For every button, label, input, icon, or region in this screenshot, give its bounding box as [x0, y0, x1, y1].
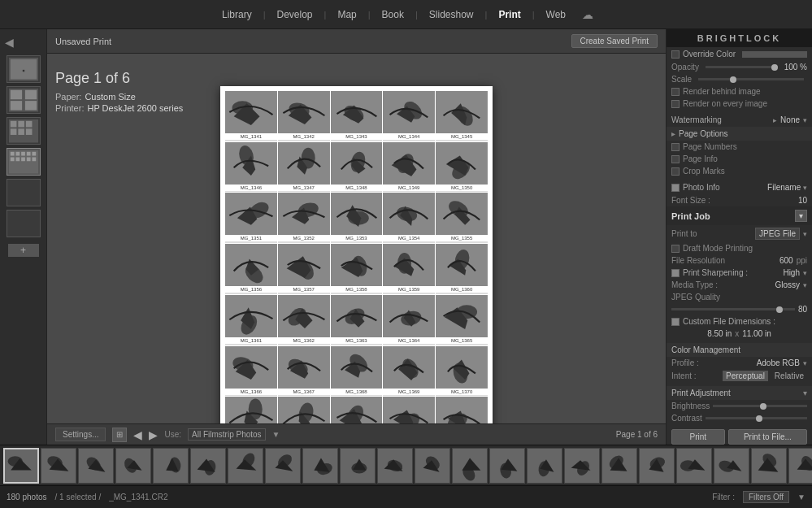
photo-thumb: MG_1352: [278, 193, 330, 243]
intent-relative[interactable]: Relative: [771, 371, 807, 381]
render-every-checkbox[interactable]: [671, 100, 680, 108]
printer-value: HP DeskJet 2600 series: [87, 103, 183, 113]
filmstrip-thumb[interactable]: [41, 448, 76, 484]
photo-thumb: MG_1344: [383, 91, 435, 141]
print-adj-arrow: ▾: [803, 389, 807, 397]
svg-rect-14: [25, 128, 32, 135]
page-info-checkbox[interactable]: [671, 155, 680, 163]
filmstrip-thumb[interactable]: [115, 448, 151, 484]
filmstrip-thumb[interactable]: [452, 448, 488, 484]
nav-sep-2: |: [324, 10, 327, 20]
photo-thumb: MG_1343: [331, 91, 383, 141]
filmstrip-thumb[interactable]: [601, 448, 637, 484]
settings-button[interactable]: Settings...: [55, 428, 106, 441]
filmstrip-dropdown-arrow[interactable]: ▼: [272, 430, 280, 439]
template-item-4[interactable]: [7, 148, 41, 176]
nav-item-develop[interactable]: Develop: [269, 0, 321, 28]
filmstrip-thumb[interactable]: [377, 448, 413, 484]
nav-item-book[interactable]: Book: [374, 0, 412, 28]
svg-rect-21: [10, 157, 14, 161]
color-management-section[interactable]: Color Management: [667, 343, 812, 357]
page-numbers-checkbox[interactable]: [671, 143, 680, 151]
photo-thumb: MG_1356: [225, 244, 277, 294]
nav-forward-arrow[interactable]: ▶: [149, 428, 158, 441]
override-color-checkbox[interactable]: [671, 50, 680, 59]
template-item-6[interactable]: [7, 210, 41, 237]
print-adjustment-section[interactable]: Print Adjustment ▾: [667, 386, 812, 400]
svg-rect-11: [25, 121, 32, 128]
filter-value-bottom[interactable]: Filters Off: [743, 491, 789, 503]
left-panel-collapse[interactable]: ◀: [0, 36, 14, 49]
svg-rect-6: [10, 101, 21, 110]
jpeg-quality-label: JPEG Quality: [671, 293, 720, 302]
print-job-dropdown[interactable]: ▾: [795, 210, 807, 222]
cloud-icon[interactable]: ☁: [577, 8, 598, 21]
print-sharpening-value: High: [783, 268, 800, 277]
nav-item-library[interactable]: Library: [214, 0, 260, 28]
filmstrip-thumb[interactable]: [3, 448, 39, 484]
paper-value: Custom Size: [85, 92, 135, 102]
print-to-dropdown-icon[interactable]: ▾: [803, 230, 807, 238]
watermarking-label: Watermarking: [671, 115, 722, 124]
filmstrip-thumb[interactable]: [714, 448, 749, 484]
media-type-dropdown[interactable]: ▾: [803, 281, 807, 289]
photo-thumb: MG_1354: [383, 193, 435, 243]
print-sharpening-dropdown[interactable]: ▾: [803, 269, 807, 277]
filmstrip-thumb[interactable]: [527, 448, 562, 484]
filmstrip-thumb[interactable]: [751, 448, 787, 484]
profile-dropdown[interactable]: ▾: [803, 359, 807, 367]
nav-item-map[interactable]: Map: [329, 0, 364, 28]
add-template-button[interactable]: +: [8, 244, 39, 257]
photo-thumb: MG_1350: [436, 142, 488, 193]
crop-marks-checkbox[interactable]: [671, 167, 680, 176]
print-button[interactable]: Print: [671, 429, 725, 445]
nav-item-slideshow[interactable]: Slideshow: [421, 0, 482, 28]
photo-thumb: MG_1341: [225, 91, 277, 141]
media-type-value: Glossy: [775, 280, 800, 289]
draft-mode-checkbox[interactable]: [671, 245, 680, 253]
filmstrip-thumb[interactable]: [676, 448, 712, 484]
filmstrip-thumb[interactable]: [489, 448, 525, 484]
print-to-file-button[interactable]: Print to File...: [728, 429, 807, 445]
photo-info-dropdown[interactable]: ▾: [803, 184, 807, 192]
print-sharpening-checkbox[interactable]: [671, 269, 680, 277]
create-saved-print-button[interactable]: Create Saved Print: [571, 34, 658, 48]
template-item-1[interactable]: ▪: [7, 55, 41, 83]
photo-thumb: MG_1369: [383, 346, 435, 397]
intent-label: Intent :: [671, 371, 697, 380]
page-options-section[interactable]: ▸ Page Options: [667, 127, 812, 141]
filmstrip-thumb[interactable]: [302, 448, 338, 484]
filmstrip-thumb[interactable]: [228, 448, 263, 484]
filmstrip-thumb[interactable]: [340, 448, 376, 484]
scale-label: Scale: [671, 75, 692, 84]
use-value[interactable]: All Filmstrip Photos: [188, 428, 266, 441]
custom-dims-checkbox[interactable]: [671, 318, 680, 326]
photo-info-checkbox[interactable]: [671, 184, 680, 192]
nav-sep-4: |: [415, 10, 418, 20]
nav-back-arrow[interactable]: ◀: [133, 428, 142, 441]
custom-dims-label: Custom File Dimensions :: [683, 317, 775, 326]
filmstrip-thumb[interactable]: [415, 448, 450, 484]
filmstrip-thumb[interactable]: [78, 448, 114, 484]
filmstrip-thumb[interactable]: [639, 448, 675, 484]
filmstrip-thumb[interactable]: [265, 448, 301, 484]
nav-item-print[interactable]: Print: [490, 0, 528, 28]
watermarking-dropdown-icon[interactable]: ▾: [803, 116, 807, 124]
intent-perceptual[interactable]: Perceptual: [723, 371, 768, 381]
nav-sep-6: |: [532, 10, 535, 20]
filmstrip-thumb[interactable]: [190, 448, 226, 484]
filmstrip-thumb[interactable]: [564, 448, 600, 484]
filmstrip-thumb[interactable]: [788, 448, 812, 484]
filmstrip-thumb[interactable]: [153, 448, 189, 484]
filter-dropdown-arrow[interactable]: ▼: [797, 493, 805, 501]
print-to-value[interactable]: JPEG File: [755, 228, 800, 240]
print-sharpening-label: Print Sharpening :: [683, 268, 748, 277]
template-item-2[interactable]: [7, 86, 41, 114]
template-item-5[interactable]: [7, 179, 41, 206]
photos-count: 180 photos: [7, 493, 47, 501]
template-item-3[interactable]: [7, 117, 41, 145]
photo-thumb: MG_1346: [225, 142, 277, 193]
nav-item-web[interactable]: Web: [538, 0, 574, 28]
render-behind-checkbox[interactable]: [671, 88, 680, 96]
zoom-fit-button[interactable]: ⊞: [112, 428, 127, 442]
